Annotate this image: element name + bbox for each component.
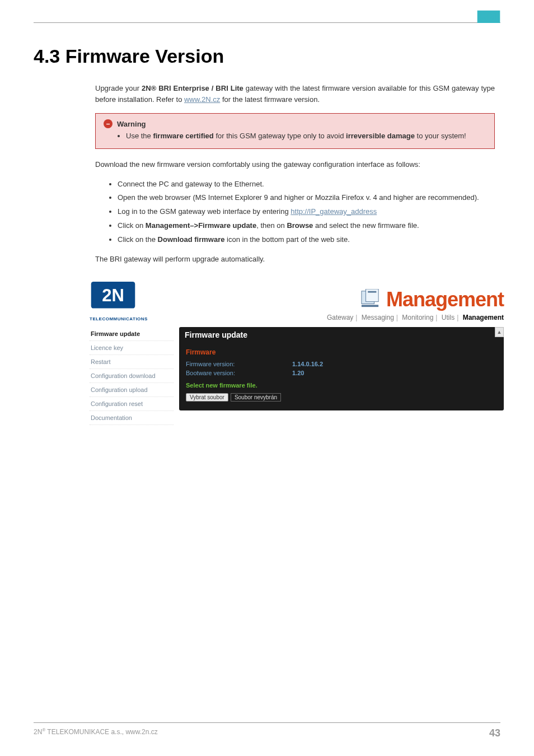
row-firmware-version: Firmware version: 1.14.0.16.2: [186, 361, 497, 367]
warn-text-2: for this GSM gateway type only to avoid: [214, 132, 346, 140]
sidebar-item-restart[interactable]: Restart: [90, 355, 174, 369]
link-2n-site[interactable]: www.2N.cz: [184, 95, 220, 104]
warn-text-3: to your system!: [415, 132, 466, 140]
ss-title: Management: [359, 288, 504, 311]
step-3-text: Log in to the GSM gateway web interface …: [118, 207, 291, 216]
paragraph-auto-upgrade: The BRI gateway will perform upgrade aut…: [95, 254, 495, 265]
intro-paragraph: Upgrade your 2N® BRI Enterprise / BRI Li…: [95, 83, 495, 105]
intro-text: Upgrade your: [95, 84, 142, 92]
warning-label: Warning: [117, 120, 146, 128]
step-4-bold-1: Management–>Firmware update: [146, 221, 256, 230]
page-footer: 2N® TELEKOMUNIKACE a.s., www.2n.cz 43: [34, 722, 500, 739]
page-title: 4.3 Firmware Version: [34, 45, 500, 67]
logo-2n-box-icon: 2N: [90, 281, 137, 315]
step-4-text-3: and select the new firmware file.: [313, 221, 419, 230]
ss-sidebar: Firmware update Licence key Restart Conf…: [90, 327, 174, 425]
file-select-button[interactable]: Vybrat soubor: [186, 393, 228, 402]
page-number: 43: [489, 727, 500, 739]
label-select-new-firmware: Select new firmware file.: [186, 382, 497, 389]
sidebar-item-firmware-update[interactable]: Firmware update: [90, 327, 174, 341]
sidebar-item-config-upload[interactable]: Configuration upload: [90, 383, 174, 397]
no-entry-icon: –: [104, 119, 113, 128]
product-name: 2N® BRI Enterprise / BRI Lite: [142, 84, 243, 92]
step-5-bold: Download firmware: [158, 235, 225, 244]
tab-utils[interactable]: Utils: [442, 314, 455, 321]
ss-brand-subtitle: TELECOMMUNICATIONS: [90, 316, 157, 321]
tab-gateway[interactable]: Gateway: [327, 314, 353, 321]
sidebar-item-config-reset[interactable]: Configuration reset: [90, 397, 174, 411]
step-1: Connect the PC and gateway to the Ethern…: [118, 179, 495, 190]
brand-logo-top: [477, 10, 500, 28]
step-2: Open the web browser (MS Internet Explor…: [118, 192, 495, 204]
tab-messaging[interactable]: Messaging: [362, 314, 394, 321]
label-firmware-version: Firmware version:: [186, 361, 292, 367]
management-screenshot: 2N TELECOMMUNICATIONS: [84, 277, 509, 431]
label-bootware-version: Bootware version:: [186, 370, 292, 376]
step-5: Click on the Download firmware icon in t…: [118, 234, 495, 246]
intro-text-3: for the latest firmware version.: [220, 95, 320, 104]
svg-rect-5: [362, 305, 378, 307]
step-4-text-2: , then on: [256, 221, 287, 230]
step-3: Log in to the GSM gateway web interface …: [118, 206, 495, 218]
step-5-text-2: icon in the bottom part of the web site.: [224, 235, 349, 244]
warning-header: – Warning: [104, 119, 486, 128]
scroll-up-icon[interactable]: ▲: [495, 327, 504, 337]
ss-main-panel: ▲ Firmware update Firmware Firmware vers…: [179, 327, 504, 425]
sidebar-item-documentation[interactable]: Documentation: [90, 411, 174, 425]
tab-monitoring[interactable]: Monitoring: [402, 314, 433, 321]
step-4: Click on Management–>Firmware update, th…: [118, 220, 495, 232]
sidebar-item-licence-key[interactable]: Licence key: [90, 341, 174, 355]
warn-text: Use the: [126, 132, 153, 140]
step-4-bold-2: Browse: [287, 221, 313, 230]
ss-title-text: Management: [386, 288, 504, 311]
warn-bold-1: firmware certified: [153, 132, 213, 140]
link-gateway-address[interactable]: http://IP_gateway_address: [291, 207, 377, 216]
sidebar-item-config-download[interactable]: Configuration download: [90, 369, 174, 383]
ss-brand-logo: 2N TELECOMMUNICATIONS: [90, 281, 157, 321]
footer-brand: 2N: [34, 728, 42, 736]
logo-2n-outline-icon: [477, 10, 500, 26]
top-rule: [34, 22, 500, 23]
ss-tab-bar: Gateway| Messaging| Monitoring| Utils| M…: [157, 314, 504, 321]
warning-item: Use the firmware certified for this GSM …: [126, 130, 486, 142]
file-selected-text: Soubor nevybrán: [231, 393, 281, 402]
step-4-text: Click on: [118, 221, 146, 230]
panel-title: Firmware update: [179, 327, 504, 343]
footer-company: 2N® TELEKOMUNIKACE a.s., www.2n.cz: [34, 727, 158, 739]
tab-management[interactable]: Management: [463, 314, 504, 321]
server-icon: [359, 289, 381, 310]
warning-box: – Warning Use the firmware certified for…: [95, 113, 495, 149]
svg-rect-3: [366, 289, 378, 302]
svg-rect-4: [368, 291, 376, 292]
step-5-text: Click on the: [118, 235, 158, 244]
screenshot-container: 2N TELECOMMUNICATIONS: [84, 277, 500, 431]
row-bootware-version: Bootware version: 1.20: [186, 370, 497, 376]
value-firmware-version: 1.14.0.16.2: [292, 361, 323, 367]
steps-list: Connect the PC and gateway to the Ethern…: [118, 179, 495, 246]
file-chooser-row: Vybrat souborSoubor nevybrán: [186, 393, 497, 402]
value-bootware-version: 1.20: [292, 370, 304, 376]
panel-section-firmware: Firmware: [186, 348, 497, 356]
footer-company-text: TELEKOMUNIKACE a.s., www.2n.cz: [45, 728, 158, 736]
svg-text:2N: 2N: [102, 286, 124, 305]
warn-bold-2: irreversible damage: [346, 132, 415, 140]
paragraph-download: Download the new firmware version comfor…: [95, 159, 495, 170]
